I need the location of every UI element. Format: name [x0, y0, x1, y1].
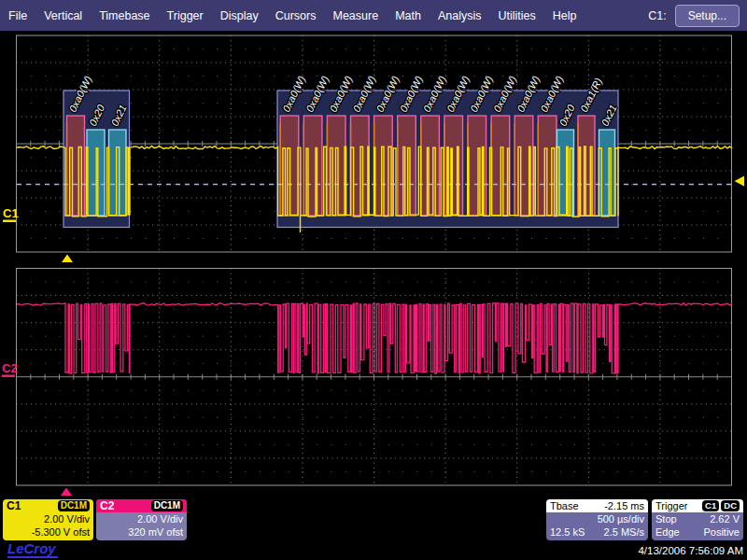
decode-addr-block: [398, 116, 416, 216]
c2-grid-label: C2: [2, 361, 18, 375]
oscilloscope-screen: { "menu": { "items": ["File","Vertical",…: [0, 0, 747, 560]
menu-item-display[interactable]: Display: [212, 9, 267, 22]
c2-grid-label-underline: [2, 375, 15, 378]
lecroy-logo: LeCroy: [7, 541, 58, 558]
trigger-kind: Edge: [655, 525, 680, 539]
c1-grid-label: C1: [3, 206, 19, 220]
decode-data-block: [109, 130, 127, 216]
tbase-time-per-div: 500 µs/div: [598, 512, 644, 525]
tbase-delay: -2.15 ms: [604, 499, 644, 512]
menu-item-measure[interactable]: Measure: [324, 9, 387, 22]
menu-item-timebase[interactable]: Timebase: [91, 9, 158, 22]
scope-display: 0xa0(W)0x200x210xa0(W)0xa0(W)0xa0(W)0xa0…: [0, 0, 747, 560]
c1-offset: -5.300 V ofst: [32, 525, 90, 539]
menu-item-math[interactable]: Math: [387, 9, 430, 22]
trigger-level-marker[interactable]: [735, 176, 745, 187]
channel1-descriptor-box[interactable]: C1 DC1M 2.00 V/div -5.300 V ofst: [3, 499, 93, 540]
menu-item-help[interactable]: Help: [544, 9, 585, 22]
trigger-source-badge: C1: [702, 500, 719, 511]
c2-label: C2: [100, 499, 114, 512]
active-channel-indicator: C1:: [648, 9, 666, 22]
trigger-coupling-badge: DC: [721, 500, 740, 511]
c2-coupling-badge: DC1M: [151, 500, 183, 511]
trigger-slope: Positive: [703, 525, 740, 539]
trigger-time-marker-c2[interactable]: [61, 488, 72, 497]
menu-right: C1: Setup...: [648, 5, 747, 27]
decode-addr-block: [421, 116, 440, 216]
tbase-title: Tbase: [550, 499, 579, 512]
c1-label: C1: [7, 499, 21, 512]
setup-button[interactable]: Setup...: [675, 5, 740, 27]
menu-item-trigger[interactable]: Trigger: [159, 9, 212, 22]
bottom-graticule: [17, 269, 732, 486]
menu-items: FileVerticalTimebaseTriggerDisplayCursor…: [0, 9, 585, 22]
tbase-sample-rate: 2.5 MS/s: [604, 525, 644, 539]
menu-bar: FileVerticalTimebaseTriggerDisplayCursor…: [0, 0, 747, 31]
trigger-level: 2.62 V: [710, 512, 740, 525]
timebase-descriptor-box[interactable]: Tbase -2.15 ms 500 µs/div 12.5 kS 2.5 MS…: [546, 499, 648, 540]
menu-item-utilities[interactable]: Utilities: [489, 9, 543, 22]
menu-item-vertical[interactable]: Vertical: [35, 9, 91, 22]
c1-volts-per-div: 2.00 V/div: [44, 512, 90, 525]
tbase-samples: 12.5 kS: [550, 525, 585, 539]
trigger-descriptor-box[interactable]: Trigger C1 DC Stop 2.62 V Edge Positive: [652, 499, 743, 540]
channel2-descriptor-box[interactable]: C2 DC1M 2.00 V/div 320 mV ofst: [96, 499, 187, 540]
datetime-display: 4/13/2006 7:56:09 AM: [638, 545, 743, 556]
menu-item-cursors[interactable]: Cursors: [267, 9, 325, 22]
trigger-title: Trigger: [655, 499, 687, 512]
menu-item-analysis[interactable]: Analysis: [430, 9, 490, 22]
c1-grid-label-underline: [3, 220, 16, 223]
menu-item-file[interactable]: File: [0, 9, 35, 22]
c2-volts-per-div: 2.00 V/div: [137, 512, 183, 525]
trigger-time-marker-c1[interactable]: [62, 255, 73, 263]
c1-coupling-badge: DC1M: [58, 500, 90, 511]
trace-c2: [17, 303, 732, 373]
c2-offset: 320 mV ofst: [128, 525, 183, 539]
trigger-mode: Stop: [655, 512, 677, 525]
